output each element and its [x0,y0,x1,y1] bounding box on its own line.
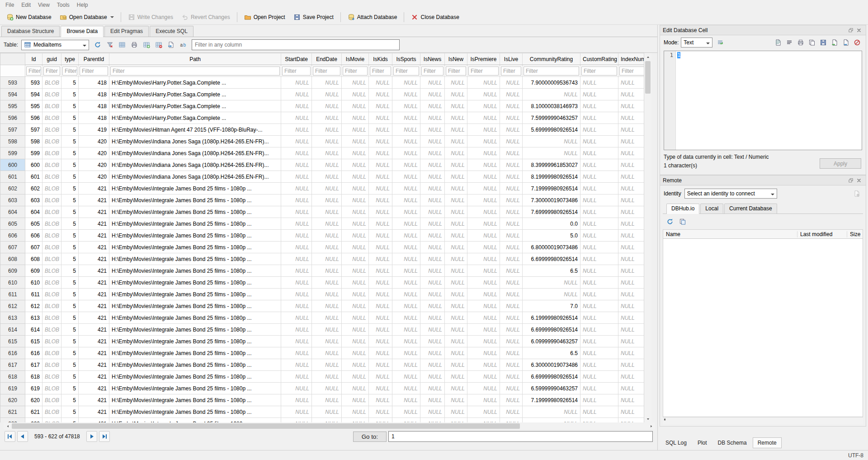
cell[interactable]: NULL [312,77,342,89]
cell[interactable]: NULL [392,230,420,242]
cell[interactable]: NULL [342,312,369,324]
cell[interactable]: NULL [618,230,644,242]
insert-record-icon[interactable] [141,39,152,50]
cell[interactable]: NULL [281,218,312,230]
cell[interactable]: NULL [312,171,342,183]
filter-cell-startdate[interactable]: Filter [281,65,312,77]
cell[interactable]: 622 [25,418,42,423]
cell[interactable]: H:\Emby\Movies\Integrale James Bond 25 f… [109,371,281,383]
cell[interactable]: 612 [25,300,42,312]
row-header[interactable]: 622 [0,418,25,423]
cell[interactable]: H:\Emby\Movies\Integrale James Bond 25 f… [109,336,281,347]
import-icon[interactable] [830,38,840,47]
cell[interactable]: NULL [281,394,312,406]
cell[interactable]: NULL [420,124,445,136]
cell[interactable]: NULL [392,418,420,423]
filter-cell-ispremiere[interactable]: Filter [467,65,500,77]
cell[interactable]: NULL [523,406,580,418]
cell[interactable]: NULL [445,277,467,289]
cell[interactable]: 8.19999980926514 [523,171,580,183]
cell[interactable]: NULL [445,300,467,312]
cell[interactable]: NULL [420,289,445,300]
cell[interactable]: 5 [61,171,79,183]
cell[interactable]: NULL [467,383,500,394]
cell[interactable]: 421 [79,230,109,242]
cell[interactable]: 6.30000019073486 [523,359,580,371]
cell[interactable]: NULL [445,265,467,277]
cell[interactable]: NULL [500,230,523,242]
cell[interactable]: BLOB [42,300,61,312]
cell[interactable]: NULL [445,324,467,336]
cell[interactable]: 421 [79,406,109,418]
cell[interactable]: NULL [369,418,392,423]
cell[interactable]: NULL [342,253,369,265]
cell[interactable]: BLOB [42,312,61,324]
column-header-indexnumber[interactable]: IndexNumber [618,53,644,65]
cell[interactable]: NULL [281,112,312,124]
cell[interactable]: NULL [312,100,342,112]
cell[interactable]: NULL [445,183,467,194]
cell[interactable]: NULL [500,147,523,159]
first-record-button[interactable] [5,431,15,442]
new-database-button[interactable]: New Database [3,11,55,23]
cell[interactable]: NULL [369,394,392,406]
cell[interactable]: NULL [281,136,312,147]
cell[interactable]: H:\Emby\Movies\Indiana Jones Saga (1080p… [109,159,281,171]
cell[interactable]: NULL [580,112,618,124]
cell[interactable]: 418 [79,77,109,89]
cell[interactable]: NULL [342,324,369,336]
menu-view[interactable]: View [34,1,53,9]
cell[interactable]: NULL [312,112,342,124]
cell[interactable]: NULL [392,147,420,159]
cell[interactable]: BLOB [42,242,61,253]
filter-cell-communityrating[interactable]: Filter [523,65,580,77]
arrow-left-icon[interactable] [4,422,11,430]
cell[interactable]: 418 [79,112,109,124]
cell[interactable]: NULL [500,194,523,206]
cell[interactable]: NULL [312,418,342,423]
cell[interactable]: NULL [500,206,523,218]
cell[interactable]: 596 [25,112,42,124]
cell[interactable]: NULL [369,218,392,230]
cell[interactable]: NULL [500,89,523,100]
cell[interactable]: NULL [369,265,392,277]
cell[interactable]: NULL [281,100,312,112]
cell[interactable]: NULL [618,347,644,359]
cell[interactable]: NULL [281,300,312,312]
cell[interactable]: NULL [312,383,342,394]
cell[interactable]: 5 [61,336,79,347]
cell[interactable]: BLOB [42,394,61,406]
filter-any-column-input[interactable] [192,39,400,50]
cell[interactable]: BLOB [42,159,61,171]
row-header[interactable]: 611 [0,289,25,300]
cell[interactable]: H:\Emby\Movies\Integrale James Bond 25 f… [109,253,281,265]
cell[interactable]: NULL [420,89,445,100]
cell[interactable]: NULL [369,289,392,300]
cell[interactable]: NULL [580,336,618,347]
cell[interactable]: NULL [580,324,618,336]
cell[interactable]: H:\Emby\Movies\Harry.Potter.Saga.Complet… [109,112,281,124]
cell[interactable]: NULL [342,124,369,136]
column-header-last-modified[interactable]: Last modified [797,231,847,237]
cell[interactable]: NULL [369,359,392,371]
cell[interactable]: NULL [420,100,445,112]
cell[interactable]: NULL [281,289,312,300]
cell[interactable]: BLOB [42,265,61,277]
cell[interactable]: 421 [79,300,109,312]
cell[interactable]: NULL [618,277,644,289]
arrow-down-icon[interactable] [644,415,652,422]
cell[interactable]: 5 [61,312,79,324]
cell[interactable]: H:\Emby\Movies\Indiana Jones Saga (1080p… [109,171,281,183]
cell[interactable]: NULL [281,77,312,89]
cell[interactable]: NULL [500,324,523,336]
cell[interactable]: NULL [618,77,644,89]
column-header-isnew[interactable]: IsNew [445,53,467,65]
cell[interactable]: NULL [281,418,312,423]
row-header[interactable]: 620 [0,394,25,406]
cell[interactable]: NULL [420,418,445,423]
cell[interactable]: NULL [500,347,523,359]
cell[interactable]: NULL [369,383,392,394]
cell[interactable]: NULL [342,147,369,159]
cell[interactable]: NULL [445,77,467,89]
cell[interactable]: 7.90000009536743 [523,77,580,89]
